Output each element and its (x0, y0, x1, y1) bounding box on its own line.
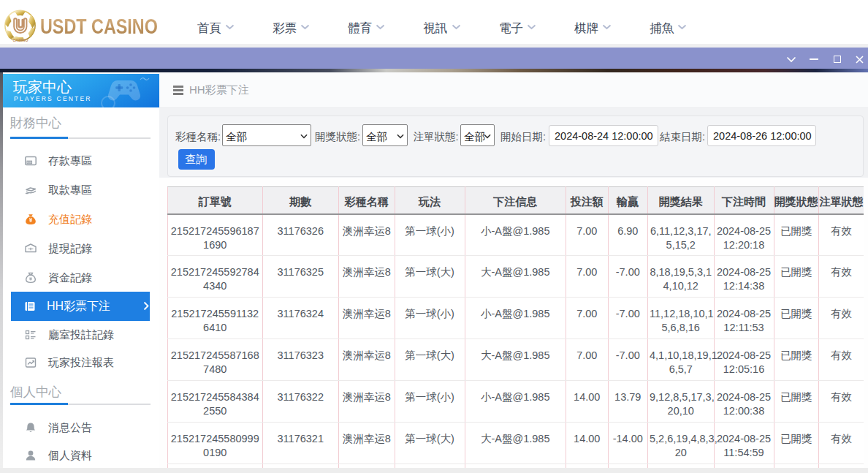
svg-text:CASINO: CASINO (12, 38, 28, 42)
